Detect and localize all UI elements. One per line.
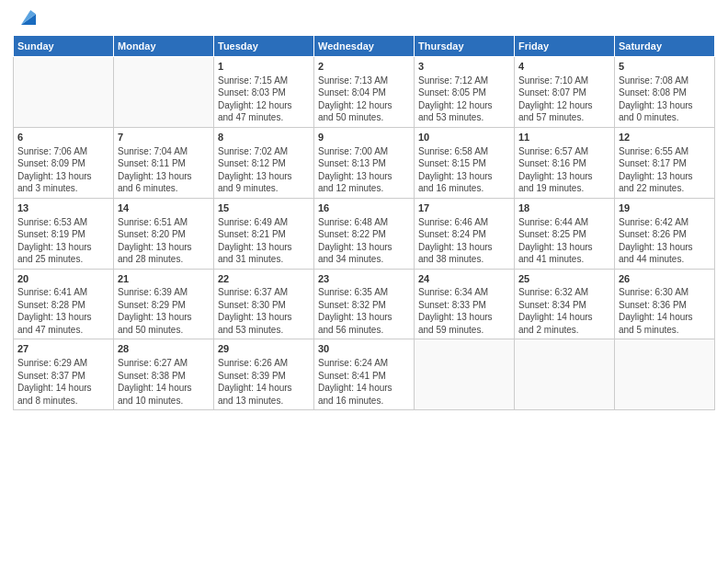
- day-info: Sunrise: 6:29 AM Sunset: 8:37 PM Dayligh…: [17, 357, 109, 407]
- calendar-cell: [114, 57, 214, 128]
- day-info: Sunrise: 6:32 AM Sunset: 8:34 PM Dayligh…: [518, 286, 610, 336]
- calendar-cell: 16Sunrise: 6:48 AM Sunset: 8:22 PM Dayli…: [314, 198, 415, 269]
- calendar-cell: 18Sunrise: 6:44 AM Sunset: 8:25 PM Dayli…: [515, 198, 615, 269]
- logo-text: [17, 11, 39, 28]
- calendar-cell: 28Sunrise: 6:27 AM Sunset: 8:38 PM Dayli…: [114, 339, 214, 410]
- day-number: 6: [17, 131, 109, 144]
- day-number: 13: [17, 201, 109, 215]
- day-number: 3: [418, 60, 510, 74]
- day-info: Sunrise: 6:51 AM Sunset: 8:20 PM Dayligh…: [118, 216, 210, 266]
- weekday-header: Monday: [114, 36, 214, 57]
- day-info: Sunrise: 6:55 AM Sunset: 8:17 PM Dayligh…: [619, 145, 711, 195]
- logo: [17, 11, 39, 28]
- calendar-cell: 11Sunrise: 6:57 AM Sunset: 8:16 PM Dayli…: [515, 127, 615, 198]
- day-info: Sunrise: 6:48 AM Sunset: 8:22 PM Dayligh…: [318, 216, 410, 266]
- header: [0, 0, 728, 35]
- calendar-cell: 25Sunrise: 6:32 AM Sunset: 8:34 PM Dayli…: [515, 269, 615, 339]
- calendar-cell: 9Sunrise: 7:00 AM Sunset: 8:13 PM Daylig…: [314, 127, 415, 198]
- day-number: 30: [318, 342, 410, 356]
- day-info: Sunrise: 7:12 AM Sunset: 8:05 PM Dayligh…: [418, 75, 510, 124]
- day-info: Sunrise: 6:39 AM Sunset: 8:29 PM Dayligh…: [118, 286, 210, 336]
- calendar-cell: 23Sunrise: 6:35 AM Sunset: 8:32 PM Dayli…: [314, 269, 415, 339]
- day-info: Sunrise: 6:44 AM Sunset: 8:25 PM Dayligh…: [518, 216, 610, 266]
- calendar-cell: 17Sunrise: 6:46 AM Sunset: 8:24 PM Dayli…: [415, 198, 515, 269]
- day-number: 11: [518, 131, 610, 144]
- calendar-cell: 24Sunrise: 6:34 AM Sunset: 8:33 PM Dayli…: [415, 269, 515, 339]
- day-number: 8: [218, 131, 310, 144]
- calendar-cell: 26Sunrise: 6:30 AM Sunset: 8:36 PM Dayli…: [615, 269, 715, 339]
- calendar-cell: 21Sunrise: 6:39 AM Sunset: 8:29 PM Dayli…: [114, 269, 214, 339]
- day-number: 19: [619, 201, 711, 215]
- calendar-cell: 7Sunrise: 7:04 AM Sunset: 8:11 PM Daylig…: [114, 127, 214, 198]
- day-info: Sunrise: 7:10 AM Sunset: 8:07 PM Dayligh…: [518, 75, 610, 124]
- day-number: 5: [619, 60, 711, 74]
- calendar-cell: 22Sunrise: 6:37 AM Sunset: 8:30 PM Dayli…: [214, 269, 314, 339]
- day-info: Sunrise: 6:30 AM Sunset: 8:36 PM Dayligh…: [619, 286, 711, 336]
- day-number: 28: [118, 342, 210, 356]
- day-info: Sunrise: 6:57 AM Sunset: 8:16 PM Dayligh…: [518, 145, 610, 195]
- calendar-cell: 10Sunrise: 6:58 AM Sunset: 8:15 PM Dayli…: [415, 127, 515, 198]
- calendar-cell: [14, 57, 114, 128]
- weekday-header: Sunday: [14, 36, 114, 57]
- day-info: Sunrise: 7:08 AM Sunset: 8:08 PM Dayligh…: [619, 75, 711, 124]
- day-info: Sunrise: 6:41 AM Sunset: 8:28 PM Dayligh…: [17, 286, 109, 336]
- day-info: Sunrise: 7:04 AM Sunset: 8:11 PM Dayligh…: [118, 145, 210, 195]
- logo-icon: [18, 7, 39, 28]
- day-info: Sunrise: 7:06 AM Sunset: 8:09 PM Dayligh…: [17, 145, 109, 195]
- day-number: 2: [318, 60, 410, 74]
- calendar-cell: [615, 339, 715, 410]
- day-number: 29: [218, 342, 310, 356]
- calendar-cell: 1Sunrise: 7:15 AM Sunset: 8:03 PM Daylig…: [214, 57, 314, 128]
- calendar-cell: 14Sunrise: 6:51 AM Sunset: 8:20 PM Dayli…: [114, 198, 214, 269]
- calendar-cell: 6Sunrise: 7:06 AM Sunset: 8:09 PM Daylig…: [14, 127, 114, 198]
- day-number: 14: [118, 201, 210, 215]
- day-number: 21: [118, 272, 210, 286]
- calendar-cell: 5Sunrise: 7:08 AM Sunset: 8:08 PM Daylig…: [615, 57, 715, 128]
- calendar-cell: 2Sunrise: 7:13 AM Sunset: 8:04 PM Daylig…: [314, 57, 415, 128]
- day-number: 7: [118, 131, 210, 144]
- day-number: 9: [318, 131, 410, 144]
- calendar-cell: 20Sunrise: 6:41 AM Sunset: 8:28 PM Dayli…: [14, 269, 114, 339]
- calendar-cell: 8Sunrise: 7:02 AM Sunset: 8:12 PM Daylig…: [214, 127, 314, 198]
- calendar-cell: 12Sunrise: 6:55 AM Sunset: 8:17 PM Dayli…: [615, 127, 715, 198]
- calendar-cell: 27Sunrise: 6:29 AM Sunset: 8:37 PM Dayli…: [14, 339, 114, 410]
- day-info: Sunrise: 7:15 AM Sunset: 8:03 PM Dayligh…: [218, 75, 310, 124]
- weekday-header: Saturday: [615, 36, 715, 57]
- calendar-table: SundayMondayTuesdayWednesdayThursdayFrid…: [13, 35, 715, 410]
- day-info: Sunrise: 6:49 AM Sunset: 8:21 PM Dayligh…: [218, 216, 310, 266]
- day-number: 25: [518, 272, 610, 286]
- day-info: Sunrise: 6:37 AM Sunset: 8:30 PM Dayligh…: [218, 286, 310, 336]
- page: SundayMondayTuesdayWednesdayThursdayFrid…: [0, 0, 728, 563]
- day-info: Sunrise: 7:13 AM Sunset: 8:04 PM Dayligh…: [318, 75, 410, 124]
- day-info: Sunrise: 6:26 AM Sunset: 8:39 PM Dayligh…: [218, 357, 310, 407]
- calendar-cell: [415, 339, 515, 410]
- day-number: 20: [17, 272, 109, 286]
- calendar-cell: 4Sunrise: 7:10 AM Sunset: 8:07 PM Daylig…: [515, 57, 615, 128]
- day-number: 24: [418, 272, 510, 286]
- day-number: 17: [418, 201, 510, 215]
- weekday-header: Friday: [515, 36, 615, 57]
- day-info: Sunrise: 6:42 AM Sunset: 8:26 PM Dayligh…: [619, 216, 711, 266]
- calendar-cell: 19Sunrise: 6:42 AM Sunset: 8:26 PM Dayli…: [615, 198, 715, 269]
- day-number: 10: [418, 131, 510, 144]
- day-number: 12: [619, 131, 711, 144]
- weekday-header: Thursday: [415, 36, 515, 57]
- calendar-cell: 29Sunrise: 6:26 AM Sunset: 8:39 PM Dayli…: [214, 339, 314, 410]
- day-info: Sunrise: 6:34 AM Sunset: 8:33 PM Dayligh…: [418, 286, 510, 336]
- day-number: 27: [17, 342, 109, 356]
- day-number: 15: [218, 201, 310, 215]
- day-info: Sunrise: 6:53 AM Sunset: 8:19 PM Dayligh…: [17, 216, 109, 266]
- calendar-cell: 3Sunrise: 7:12 AM Sunset: 8:05 PM Daylig…: [415, 57, 515, 128]
- day-number: 23: [318, 272, 410, 286]
- day-info: Sunrise: 6:58 AM Sunset: 8:15 PM Dayligh…: [418, 145, 510, 195]
- day-number: 18: [518, 201, 610, 215]
- day-number: 22: [218, 272, 310, 286]
- day-info: Sunrise: 7:02 AM Sunset: 8:12 PM Dayligh…: [218, 145, 310, 195]
- day-number: 26: [619, 272, 711, 286]
- weekday-header: Wednesday: [314, 36, 415, 57]
- calendar-cell: 13Sunrise: 6:53 AM Sunset: 8:19 PM Dayli…: [14, 198, 114, 269]
- day-number: 1: [218, 60, 310, 74]
- day-info: Sunrise: 6:46 AM Sunset: 8:24 PM Dayligh…: [418, 216, 510, 266]
- day-info: Sunrise: 7:00 AM Sunset: 8:13 PM Dayligh…: [318, 145, 410, 195]
- calendar-cell: 30Sunrise: 6:24 AM Sunset: 8:41 PM Dayli…: [314, 339, 415, 410]
